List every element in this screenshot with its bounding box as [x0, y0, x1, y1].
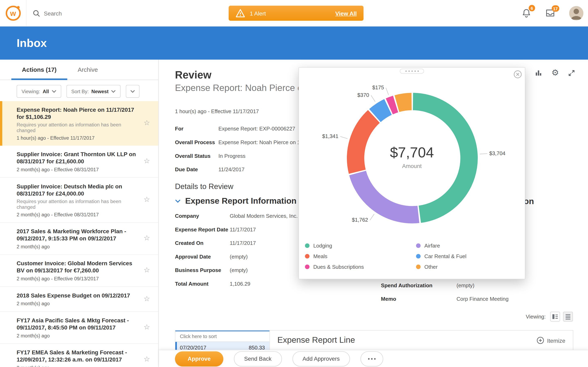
- item-time: 2 month(s) ago: [17, 244, 140, 250]
- item-time: 2 month(s) ago - Effective 08/31/2017: [17, 167, 140, 173]
- label-leader-line: [371, 95, 375, 102]
- tab-actions[interactable]: Actions (17): [11, 59, 67, 80]
- item-title: Supplier Invoice: Deutsch Media plc on 0…: [17, 183, 138, 197]
- inbox-item-selected[interactable]: Expense Report: Noah Pierce on 11/17/201…: [0, 101, 158, 146]
- inbox-item[interactable]: FY17 Asia Pacific Sales & Mktg Forecast …: [0, 312, 158, 344]
- itemize-button[interactable]: Itemize: [536, 337, 565, 344]
- legend-item[interactable]: Dues & Subscriptions: [305, 262, 364, 272]
- viewing-filter-label: Viewing:: [22, 89, 40, 94]
- sort-by-dropdown[interactable]: Sort By: Newest: [66, 85, 121, 98]
- field-row: Memo Corp Finance Meeting: [381, 292, 544, 306]
- close-button[interactable]: [513, 70, 522, 78]
- segment-value-label: $3,704: [489, 150, 505, 156]
- profile-avatar[interactable]: [569, 6, 583, 20]
- label-leader-line: [386, 88, 389, 95]
- alert-view-all-link[interactable]: View All: [335, 10, 357, 16]
- notifications-button[interactable]: 6: [521, 8, 531, 18]
- legend-label: Other: [424, 264, 438, 270]
- tab-archive[interactable]: Archive: [67, 59, 108, 80]
- field-label: Overall Process: [175, 139, 218, 145]
- item-time: 2 month(s) ago: [17, 301, 140, 307]
- field-label: Approval Date: [175, 254, 230, 260]
- item-title: FY17 EMEA Sales & Marketing Forecast - 1…: [17, 349, 138, 363]
- inbox-tray-button[interactable]: 17: [545, 9, 555, 18]
- expand-icon: [568, 69, 575, 76]
- sort-column-header[interactable]: Click here to sort: [175, 331, 269, 342]
- drag-handle[interactable]: [400, 69, 424, 74]
- legend-item[interactable]: Car Rental & Fuel: [416, 251, 467, 262]
- viewing-filter-dropdown[interactable]: Viewing: All: [17, 85, 61, 98]
- expand-button[interactable]: [568, 69, 575, 76]
- settings-button[interactable]: ⚙: [552, 69, 559, 77]
- send-back-button[interactable]: Send Back: [234, 351, 282, 366]
- chevron-down-icon: [175, 199, 181, 203]
- field-label: Memo: [381, 296, 457, 302]
- label-leader-line: [340, 136, 347, 139]
- legend-item[interactable]: Meals: [305, 251, 364, 262]
- donut-segment[interactable]: [389, 104, 396, 106]
- favorite-star-icon[interactable]: ☆: [144, 234, 150, 242]
- split-view-toggle[interactable]: [550, 312, 560, 322]
- sort-by-value: Newest: [91, 89, 109, 94]
- global-search: [33, 0, 127, 26]
- action-bar: Approve Send Back Add Approvers: [159, 350, 588, 367]
- inbox-item[interactable]: 2018 Sales Expense Budget on 09/12/2017 …: [0, 287, 158, 312]
- list-view-toggle[interactable]: [563, 312, 573, 322]
- legend-item[interactable]: Other: [416, 262, 467, 272]
- favorite-star-icon[interactable]: ☆: [144, 355, 150, 364]
- inbox-item[interactable]: 2017 Sales & Marketing Workforce Plan - …: [0, 223, 158, 255]
- favorite-star-icon[interactable]: ☆: [144, 266, 150, 275]
- legend-label: Lodging: [313, 243, 332, 249]
- inbox-item[interactable]: FY17 EMEA Sales & Marketing Forecast - 1…: [0, 344, 158, 367]
- favorite-star-icon[interactable]: ☆: [144, 323, 150, 332]
- donut-segment[interactable]: [413, 101, 469, 214]
- field-row: Spend Authorization (empty): [381, 278, 544, 292]
- favorite-star-icon[interactable]: ☆: [144, 157, 150, 165]
- field-label: Total Amount: [175, 281, 230, 287]
- legend-item[interactable]: Lodging: [305, 240, 364, 251]
- more-actions-button[interactable]: [361, 351, 383, 366]
- donut-segment[interactable]: [375, 107, 388, 116]
- field-value: 11/17/2017: [230, 226, 256, 233]
- item-note: Requires your attention as information h…: [17, 122, 138, 133]
- search-icon: [33, 9, 40, 17]
- inbox-sidebar: Actions (17) Archive Viewing: All Sort B…: [0, 59, 159, 367]
- item-title: Expense Report: Noah Pierce on 11/17/201…: [17, 106, 138, 120]
- legend-color-dot: [305, 264, 310, 269]
- section-title: Expense Report Information: [185, 196, 296, 206]
- itemize-label: Itemize: [547, 337, 565, 343]
- inbox-item[interactable]: Supplier Invoice: Deutsch Media plc on 0…: [0, 178, 158, 223]
- approve-button[interactable]: Approve: [175, 351, 223, 366]
- inbox-list: Expense Report: Noah Pierce on 11/17/201…: [0, 101, 158, 367]
- donut-segment[interactable]: [356, 117, 374, 172]
- donut-segment[interactable]: [397, 101, 412, 104]
- item-title: 2018 Sales Expense Budget on 09/12/2017: [17, 292, 138, 299]
- inbox-item[interactable]: Supplier Invoice: Grant Thornton UK LLP …: [0, 146, 158, 178]
- favorite-star-icon[interactable]: ☆: [144, 195, 150, 204]
- field-value: In Progress: [218, 153, 246, 159]
- sort-by-label: Sort By:: [71, 89, 89, 94]
- field-value: Corp Finance Meeting: [457, 296, 509, 302]
- donut-segment[interactable]: [358, 173, 419, 215]
- inbox-item[interactable]: Customer Invoice: Global Modern Services…: [0, 255, 158, 287]
- legend-label: Meals: [313, 253, 327, 259]
- field-value: Expense Report: EXP-00006227: [218, 125, 295, 132]
- legend-item[interactable]: Airfare: [416, 240, 467, 251]
- field-value: 1,106.29: [230, 281, 250, 287]
- search-input[interactable]: [44, 10, 127, 16]
- field-label: Overall Status: [175, 153, 218, 159]
- split-view-icon: [552, 313, 558, 320]
- add-approvers-button[interactable]: Add Approvers: [292, 351, 350, 366]
- chart-view-button[interactable]: [535, 69, 543, 77]
- favorite-star-icon[interactable]: ☆: [144, 294, 150, 303]
- workday-logo[interactable]: w: [0, 0, 26, 26]
- avatar-image: [569, 6, 583, 20]
- field-label: Created On: [175, 240, 230, 246]
- favorite-star-icon[interactable]: ☆: [144, 118, 150, 127]
- expense-report-line-title: Expense Report Line: [277, 335, 355, 345]
- field-value: (empty): [230, 267, 248, 273]
- more-filters-button[interactable]: [126, 85, 140, 98]
- item-title: FY17 Asia Pacific Sales & Mktg Forecast …: [17, 317, 138, 331]
- item-time: 2 month(s) ago: [17, 333, 140, 338]
- inbox-count-badge: 17: [552, 5, 559, 12]
